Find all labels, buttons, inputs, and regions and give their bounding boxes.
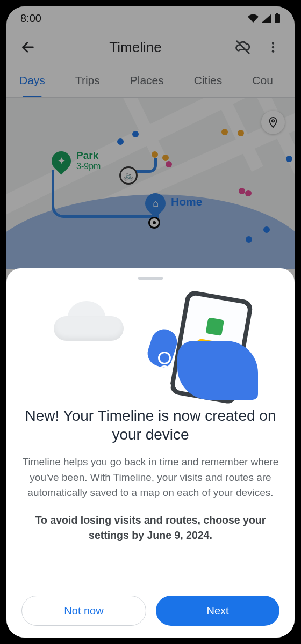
home-label: Home: [171, 195, 202, 208]
page-title: Timeline: [46, 39, 225, 56]
cloud-icon: [54, 301, 124, 341]
sheet-warning: To avoid losing visits and routes, choos…: [22, 513, 280, 543]
battery-icon: [274, 13, 281, 24]
park-label: Park 3-9pm: [76, 150, 101, 171]
app-bar: Timeline: [6, 30, 295, 64]
pin-icon: [267, 116, 279, 128]
cloud-off-icon: [235, 39, 251, 55]
next-button[interactable]: Next: [156, 596, 280, 626]
svg-point-4: [272, 50, 275, 53]
tab-countries[interactable]: Cou: [252, 72, 273, 97]
cloud-off-button[interactable]: [231, 35, 255, 59]
status-time: 8:00: [20, 12, 41, 25]
sheet-title: New! Your Timeline is now created on you…: [25, 406, 276, 444]
overflow-menu-button[interactable]: [261, 35, 285, 59]
svg-point-3: [272, 46, 275, 49]
sheet-description: Timeline helps you go back in time and r…: [22, 455, 280, 501]
sheet-illustration: [22, 285, 280, 398]
tab-cities[interactable]: Cities: [194, 72, 223, 97]
status-icons: [247, 13, 281, 24]
svg-rect-0: [275, 14, 280, 23]
tab-days[interactable]: Days: [19, 72, 45, 97]
home-icon: ⌂: [153, 198, 159, 209]
sheet-actions: Not now Next: [22, 596, 280, 626]
not-now-button[interactable]: Not now: [22, 596, 146, 626]
tab-places[interactable]: Places: [130, 72, 164, 97]
svg-point-5: [272, 120, 274, 122]
arrow-left-icon: [20, 40, 35, 55]
cell-signal-icon: [261, 13, 272, 23]
tree-icon: ✦: [58, 155, 66, 167]
svg-rect-1: [276, 13, 278, 14]
sheet-grab-handle[interactable]: [138, 277, 163, 280]
current-location-dot: [148, 217, 160, 229]
more-vert-icon: [266, 40, 280, 54]
back-button[interactable]: [16, 35, 40, 59]
wifi-icon: [247, 13, 259, 23]
tab-bar: Days Trips Places Cities Cou: [6, 64, 295, 98]
tab-trips[interactable]: Trips: [75, 72, 100, 97]
hand-holding-phone-illustration: [145, 292, 258, 400]
drop-pin-button[interactable]: [261, 111, 285, 134]
status-bar: 8:00: [6, 6, 295, 30]
svg-point-2: [272, 42, 275, 45]
bike-waypoint-icon: 🚲: [119, 166, 138, 185]
map-view[interactable]: 🚲 ✦ Park 3-9pm ⌂ Home: [6, 98, 295, 269]
onboarding-sheet: New! Your Timeline is now created on you…: [6, 268, 295, 638]
